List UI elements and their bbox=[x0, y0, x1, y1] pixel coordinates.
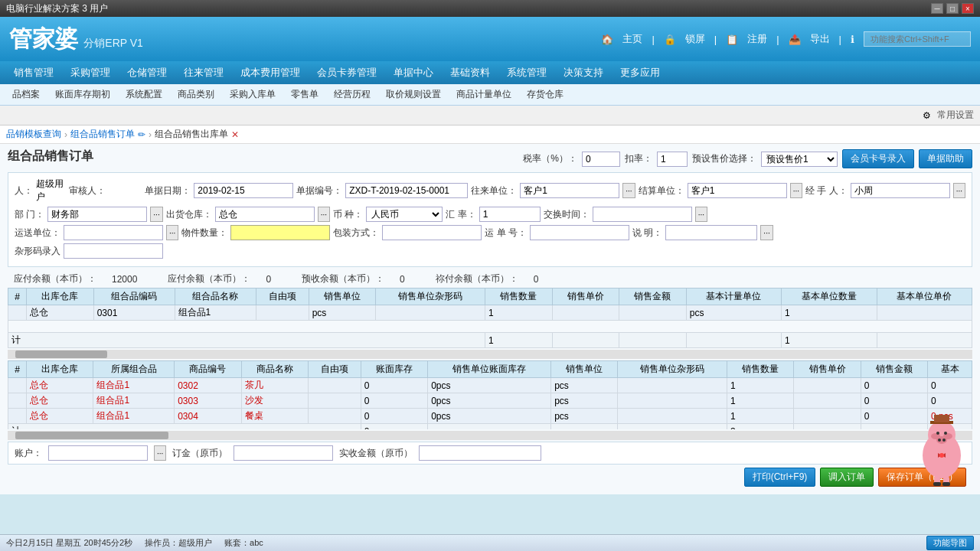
remark-input[interactable] bbox=[665, 225, 757, 240]
lower-th-seq: # bbox=[8, 361, 27, 378]
order-amount-label: 订金（原币） bbox=[172, 447, 227, 460]
sub-nav: 品档案 账面库存期初 系统配置 商品类别 采购入库单 零售单 经营历程 取价规则… bbox=[0, 84, 980, 106]
home-link[interactable]: 主页 bbox=[622, 32, 642, 46]
upper-scroll-thumb[interactable] bbox=[15, 350, 107, 358]
minimize-btn[interactable]: ─ bbox=[931, 3, 943, 14]
nav-decision[interactable]: 决策支持 bbox=[556, 63, 611, 83]
subnav-purchase-in[interactable]: 采购入库单 bbox=[224, 86, 282, 103]
settlement-btn[interactable]: ··· bbox=[790, 183, 802, 198]
settlement-input[interactable] bbox=[688, 183, 787, 198]
discount-label: 扣率： bbox=[625, 152, 652, 165]
window-controls[interactable]: ─ □ × bbox=[931, 3, 974, 14]
map-btn[interactable]: 功能导图 bbox=[926, 536, 974, 550]
discount-input[interactable] bbox=[657, 152, 688, 167]
settlement-label: 结算单位： bbox=[639, 184, 684, 197]
subnav-stock[interactable]: 存货仓库 bbox=[521, 86, 570, 103]
export-link[interactable]: 导出 bbox=[810, 32, 830, 46]
header-actions: 🏠 主页 | 🔒 锁屏 | 📋 注册 | 📤 导出 | ℹ bbox=[601, 31, 971, 47]
upper-cell-name: 组合品1 bbox=[175, 305, 256, 321]
upper-summary-row: 计 1 1 bbox=[8, 333, 972, 348]
actual-amount-input[interactable] bbox=[419, 445, 541, 461]
subnav-config[interactable]: 系统配置 bbox=[119, 86, 168, 103]
breadcrumb-edit-icon[interactable]: ✏ bbox=[138, 129, 145, 140]
lower-table-row-2[interactable]: 总仓 组合品1 0303 沙发 0 0pcs pcs 1 0 0 bbox=[8, 393, 972, 409]
pack-input[interactable] bbox=[382, 225, 482, 240]
app-header: 管家婆 分销ERP V1 🏠 主页 | 🔒 锁屏 | 📋 注册 | 📤 导出 |… bbox=[0, 17, 980, 61]
nav-more[interactable]: 更多应用 bbox=[612, 63, 668, 83]
exchange-time-input[interactable] bbox=[593, 207, 692, 222]
lower-th-name: 商品名称 bbox=[241, 361, 308, 378]
lower-th-free: 自由项 bbox=[308, 361, 361, 378]
member-card-btn[interactable]: 会员卡号录入 bbox=[842, 149, 914, 168]
code-input[interactable] bbox=[345, 183, 468, 198]
item-count-input[interactable] bbox=[230, 225, 330, 240]
lower-table-row-3[interactable]: 总仓 组合品1 0304 餐桌 0 0pcs pcs 1 0 0 pcs bbox=[8, 409, 972, 424]
payable-value: 0 bbox=[266, 274, 271, 285]
voucher-help-btn[interactable]: 单据助助 bbox=[919, 149, 972, 168]
to-unit-btn[interactable]: ··· bbox=[622, 183, 635, 198]
subnav-product[interactable]: 品档案 bbox=[6, 86, 46, 103]
maximize-btn[interactable]: □ bbox=[946, 3, 959, 14]
breadcrumb-item-2[interactable]: 组合品销售订单 bbox=[70, 128, 135, 141]
print-btn[interactable]: 打印(Ctrl+F9) bbox=[744, 468, 816, 487]
subnav-stock-init[interactable]: 账面库存期初 bbox=[49, 86, 116, 103]
nav-relations[interactable]: 往来管理 bbox=[176, 63, 231, 83]
nav-warehouse[interactable]: 仓储管理 bbox=[119, 63, 175, 83]
register-link[interactable]: 注册 bbox=[747, 32, 767, 46]
account-btn[interactable]: ··· bbox=[154, 445, 166, 461]
ship-unit-btn[interactable]: ··· bbox=[166, 225, 178, 240]
nav-purchase[interactable]: 采购管理 bbox=[63, 63, 118, 83]
upper-sum-price bbox=[552, 333, 619, 348]
rate-input[interactable] bbox=[479, 207, 541, 222]
currency-select[interactable]: 人民币 bbox=[366, 207, 443, 222]
search-input[interactable] bbox=[864, 31, 971, 47]
ship-unit-input[interactable] bbox=[64, 225, 163, 240]
settings-link[interactable]: 常用设置 bbox=[937, 109, 974, 122]
nav-cost[interactable]: 成本费用管理 bbox=[233, 63, 308, 83]
nav-system[interactable]: 系统管理 bbox=[499, 63, 554, 83]
subnav-price-rule[interactable]: 取价规则设置 bbox=[380, 86, 447, 103]
breadcrumb-item-1[interactable]: 品销模板查询 bbox=[6, 128, 61, 141]
lower-scroll-thumb[interactable] bbox=[15, 432, 168, 439]
close-btn[interactable]: × bbox=[962, 3, 974, 14]
subnav-retail[interactable]: 零售单 bbox=[285, 86, 325, 103]
upper-scroll-bar[interactable] bbox=[8, 350, 972, 359]
subnav-unit[interactable]: 商品计量单位 bbox=[450, 86, 518, 103]
lower-table-row-1[interactable]: 总仓 组合品1 0302 茶几 0 0pcs pcs 1 0 0 bbox=[8, 378, 972, 393]
register-icon: 📋 bbox=[726, 34, 738, 45]
form-area: 人： 超级用户 审核人： 单据日期： 单据编号： 往来单位： ··· 结算单位：… bbox=[8, 172, 972, 267]
tax-rate-label: 税率（%）： bbox=[523, 152, 577, 165]
exchange-time-btn[interactable]: ··· bbox=[695, 207, 707, 222]
nav-basic[interactable]: 基础资料 bbox=[443, 63, 498, 83]
nav-voucher[interactable]: 单据中心 bbox=[386, 63, 441, 83]
ship-no-input[interactable] bbox=[530, 225, 629, 240]
price-select[interactable]: 预设售价1 bbox=[761, 152, 838, 167]
lock-link[interactable]: 锁屏 bbox=[685, 32, 705, 46]
import-btn[interactable]: 调入订单 bbox=[820, 468, 874, 487]
code-label: 单据编号： bbox=[296, 184, 342, 197]
barcode-input[interactable] bbox=[64, 243, 163, 259]
remark-btn[interactable]: ··· bbox=[760, 225, 773, 240]
dept-btn[interactable]: ··· bbox=[150, 207, 162, 222]
lower-scroll-bar[interactable] bbox=[8, 431, 972, 440]
manager-input[interactable] bbox=[851, 183, 950, 198]
warehouse-input[interactable] bbox=[215, 207, 315, 222]
date-input[interactable] bbox=[194, 183, 293, 198]
subnav-category[interactable]: 商品类别 bbox=[172, 86, 220, 103]
warehouse-btn[interactable]: ··· bbox=[318, 207, 330, 222]
lower-th-qty: 销售数量 bbox=[727, 361, 794, 378]
dept-input[interactable] bbox=[47, 207, 147, 222]
upper-table-row[interactable]: 总仓 0301 组合品1 pcs 1 pcs 1 bbox=[8, 305, 972, 321]
nav-member[interactable]: 会员卡券管理 bbox=[309, 63, 384, 83]
order-amount-input[interactable] bbox=[234, 445, 333, 461]
manager-btn[interactable]: ··· bbox=[953, 183, 965, 198]
date-label: 单据日期： bbox=[145, 184, 191, 197]
nav-sales[interactable]: 销售管理 bbox=[6, 63, 61, 83]
to-unit-input[interactable] bbox=[520, 183, 619, 198]
account-input[interactable] bbox=[48, 445, 148, 461]
bottom-btns: 打印(Ctrl+F9) 调入订单 保存订单（F10） bbox=[8, 465, 972, 490]
breadcrumb-close-icon[interactable]: ✕ bbox=[231, 129, 239, 140]
tax-rate-input[interactable] bbox=[582, 152, 620, 167]
subnav-history[interactable]: 经营历程 bbox=[328, 86, 377, 103]
balance-row: 应付余额（本币）： 12000 应付余额（本币）： 0 预收余额（本币）： 0 … bbox=[8, 270, 972, 288]
